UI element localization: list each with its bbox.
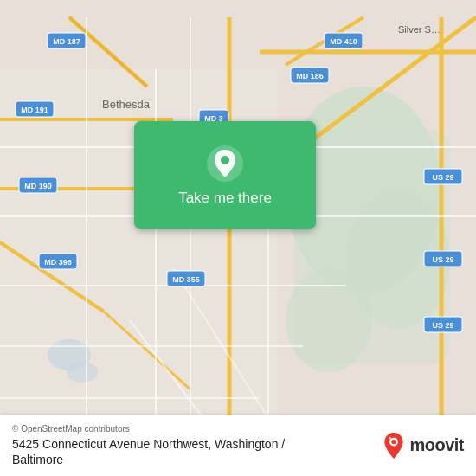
svg-text:Silver S…: Silver S… — [398, 24, 441, 35]
moovit-pin-icon — [382, 432, 406, 460]
svg-text:MD 355: MD 355 — [172, 275, 200, 284]
moovit-brand-text: moovit — [409, 435, 464, 455]
take-me-there-label: Take me there — [178, 190, 272, 207]
svg-text:MD 190: MD 190 — [24, 182, 52, 190]
osm-credit: © OpenStreetMap contributors — [12, 424, 285, 434]
address-section: © OpenStreetMap contributors 5425 Connec… — [12, 424, 285, 467]
moovit-logo: moovit — [382, 432, 464, 460]
location-pin-icon — [206, 145, 244, 183]
svg-text:US 29: US 29 — [432, 255, 453, 264]
bottom-bar: © OpenStreetMap contributors 5425 Connec… — [0, 415, 476, 476]
svg-text:MD 191: MD 191 — [21, 106, 48, 114]
svg-text:MD 187: MD 187 — [53, 37, 80, 46]
map-container: MD 187 MD 410 MD 186 MD 191 MD 3 MD 190 … — [0, 0, 476, 476]
svg-point-59 — [389, 437, 392, 440]
address-text: 5425 Connecticut Avenue Northwest, Washi… — [12, 436, 285, 467]
svg-text:MD 186: MD 186 — [296, 72, 324, 80]
take-me-there-button[interactable]: Take me there — [134, 121, 316, 229]
address-line1: 5425 Connecticut Avenue Northwest, Washi… — [12, 437, 285, 451]
map-svg: MD 187 MD 410 MD 186 MD 191 MD 3 MD 190 … — [0, 0, 476, 476]
svg-text:US 29: US 29 — [432, 321, 453, 330]
svg-point-58 — [392, 440, 396, 444]
svg-text:MD 396: MD 396 — [44, 258, 72, 267]
svg-text:MD 410: MD 410 — [330, 37, 357, 46]
address-line2: Baltimore — [12, 453, 63, 466]
svg-text:Bethesda: Bethesda — [102, 98, 151, 111]
svg-point-56 — [221, 156, 229, 164]
svg-text:US 29: US 29 — [432, 173, 453, 182]
